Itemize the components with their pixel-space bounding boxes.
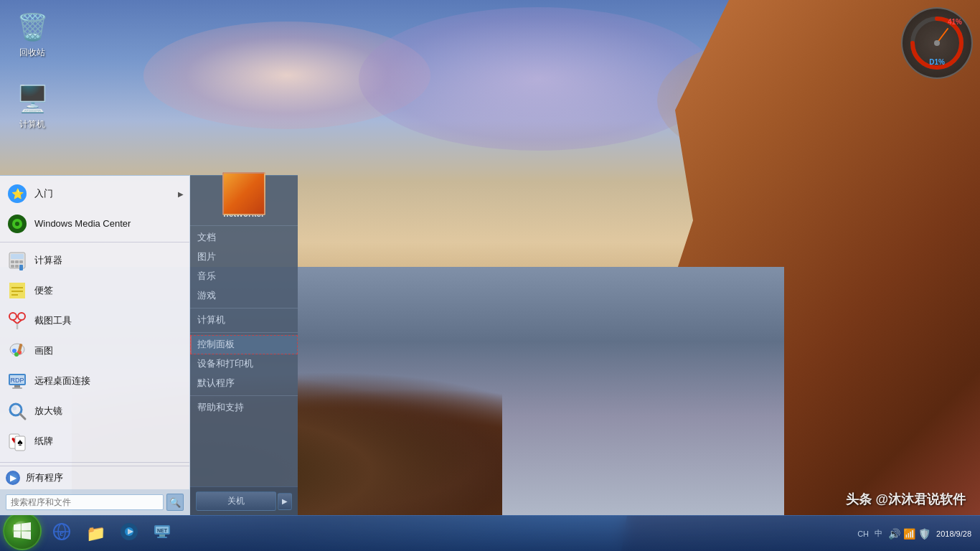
menu-item-magnifier-label: 放大镜	[34, 405, 62, 417]
explorer-icon: 📁	[86, 524, 105, 543]
right-item-documents[interactable]: 文档	[190, 228, 298, 248]
menu-item-snipping-tool[interactable]: 截图工具	[0, 306, 189, 336]
computer-desktop-icon[interactable]: 🖥️ 计算机	[4, 79, 61, 132]
menu-item-paint[interactable]: 画图	[0, 336, 189, 366]
recycle-bin-icon[interactable]: 🗑️ 回收站	[4, 7, 61, 60]
menu-item-solitaire[interactable]: ♥ ♠ 纸牌	[0, 426, 189, 456]
start-orb-highlight	[12, 521, 32, 541]
start-menu: ⭐ 入门 ▶ Windows Media Cent	[0, 175, 298, 515]
getting-started-icon-svg: ⭐	[7, 184, 27, 204]
recycle-bin-label: 回收站	[19, 47, 45, 57]
svg-rect-15	[19, 265, 23, 270]
svg-rect-11	[15, 260, 19, 263]
taskbar-explorer[interactable]: 📁	[80, 522, 111, 546]
right-item-control-panel[interactable]: 控制面板	[190, 335, 298, 354]
tray-safety-icon[interactable]: 🛡️	[918, 528, 930, 540]
media-player-icon-svg	[120, 522, 138, 541]
remote-desktop-icon-svg: RDP	[7, 371, 27, 391]
svg-rect-10	[11, 260, 14, 263]
media-player-icon	[120, 522, 138, 545]
svg-rect-52	[159, 534, 165, 537]
svg-text:RDP: RDP	[10, 377, 24, 384]
network-icon-svg: NET	[153, 522, 171, 541]
clock-date: 2018/9/28	[936, 529, 971, 538]
menu-item-wmc-label: Windows Media Center	[34, 218, 131, 230]
tray-speaker-icon[interactable]: 🔊	[888, 528, 900, 540]
magnifier-icon-svg	[7, 401, 27, 421]
svg-rect-53	[157, 537, 167, 538]
tray-network-icon[interactable]: 📶	[903, 528, 915, 540]
svg-line-22	[13, 320, 17, 324]
all-programs-icon: ▶	[6, 471, 20, 485]
shutdown-button[interactable]: 关机	[196, 491, 276, 511]
start-menu-left: ⭐ 入门 ▶ Windows Media Cent	[0, 175, 190, 515]
right-item-pictures[interactable]: 图片	[190, 248, 298, 267]
menu-item-remote-label: 远程桌面连接	[34, 375, 90, 387]
right-item-games[interactable]: 游戏	[190, 286, 298, 306]
svg-text:NET: NET	[157, 528, 168, 533]
system-tray: CH 中 🔊 📶 🛡️ 2018/9/28	[852, 528, 977, 540]
ie-icon: e	[52, 522, 72, 546]
solitaire-icon-svg: ♥ ♠	[7, 431, 27, 451]
user-avatar[interactable]	[222, 172, 265, 215]
all-programs-label: 所有程序	[26, 471, 63, 484]
watermark: 头条 @沐沐君说软件	[846, 491, 966, 508]
taskbar-media-player[interactable]	[114, 519, 144, 548]
notes-icon-svg	[7, 281, 27, 301]
right-sep-2	[190, 308, 298, 309]
menu-item-calculator[interactable]: 计算器	[0, 245, 189, 276]
shutdown-row: 关机 ▶	[190, 486, 298, 515]
menu-item-calculator-label: 计算器	[34, 255, 62, 266]
svg-rect-13	[11, 265, 14, 268]
right-sep-1	[190, 225, 298, 226]
menu-item-snipping-label: 截图工具	[34, 315, 72, 326]
all-programs-button[interactable]: ▶ 所有程序	[0, 466, 189, 489]
menu-item-getting-started-label: 入门	[34, 188, 53, 199]
right-item-devices-printers[interactable]: 设备和打印机	[190, 354, 298, 374]
svg-text:⭐: ⭐	[11, 188, 24, 200]
menu-item-windows-media-center[interactable]: Windows Media Center	[0, 209, 189, 239]
search-button[interactable]: 🔍	[166, 494, 184, 511]
taskbar: e 📁	[0, 515, 980, 551]
svg-point-7	[15, 222, 19, 226]
menu-separator-2	[0, 462, 189, 463]
svg-text:♠: ♠	[17, 437, 23, 448]
computer-label: 计算机	[19, 119, 45, 129]
menu-item-getting-started[interactable]: ⭐ 入门 ▶	[0, 179, 189, 209]
right-item-default-programs[interactable]: 默认程序	[190, 374, 298, 393]
tray-zh: 中	[875, 528, 882, 539]
start-menu-right: networker 文档 图片 音乐 游戏 计算机 控制面板	[190, 175, 298, 515]
right-item-music[interactable]: 音乐	[190, 267, 298, 286]
calculator-icon-svg	[7, 250, 27, 270]
menu-item-notes[interactable]: 便签	[0, 276, 189, 306]
start-button[interactable]	[3, 512, 42, 550]
right-item-computer[interactable]: 计算机	[190, 311, 298, 330]
svg-point-37	[12, 406, 17, 410]
snipping-icon-svg	[7, 311, 27, 331]
tray-ch: CH	[857, 529, 869, 538]
svg-point-2	[934, 40, 940, 46]
svg-point-21	[18, 313, 25, 320]
ie-icon-svg: e	[52, 522, 72, 542]
right-sep-4	[190, 395, 298, 396]
tray-icons: CH 中 🔊 📶 🛡️	[857, 528, 930, 540]
right-item-help-support[interactable]: 帮助和支持	[190, 398, 298, 418]
search-input[interactable]	[6, 494, 164, 510]
search-box: 🔍	[0, 489, 189, 515]
gauge-inner: 41% D1%	[908, 14, 966, 72]
system-monitor-widget: 41% D1%	[901, 7, 973, 79]
svg-point-28	[14, 352, 19, 357]
menu-item-magnifier[interactable]: 放大镜	[0, 396, 189, 426]
menu-item-remote-desktop[interactable]: RDP 远程桌面连接	[0, 366, 189, 396]
taskbar-network[interactable]: NET	[147, 519, 177, 548]
clock[interactable]: 2018/9/28	[936, 529, 971, 538]
network-icon: NET	[153, 522, 171, 545]
svg-line-36	[20, 414, 25, 419]
shutdown-arrow[interactable]: ▶	[278, 493, 292, 510]
svg-rect-9	[11, 254, 24, 259]
desktop: 🗑️ 回收站 🖥️ 计算机 41% D1% 头条 @沐沐君说软件	[0, 0, 980, 551]
svg-point-26	[12, 349, 17, 353]
getting-started-arrow: ▶	[178, 190, 184, 198]
taskbar-ie[interactable]: e	[46, 519, 77, 549]
menu-items-list: ⭐ 入门 ▶ Windows Media Cent	[0, 176, 189, 459]
